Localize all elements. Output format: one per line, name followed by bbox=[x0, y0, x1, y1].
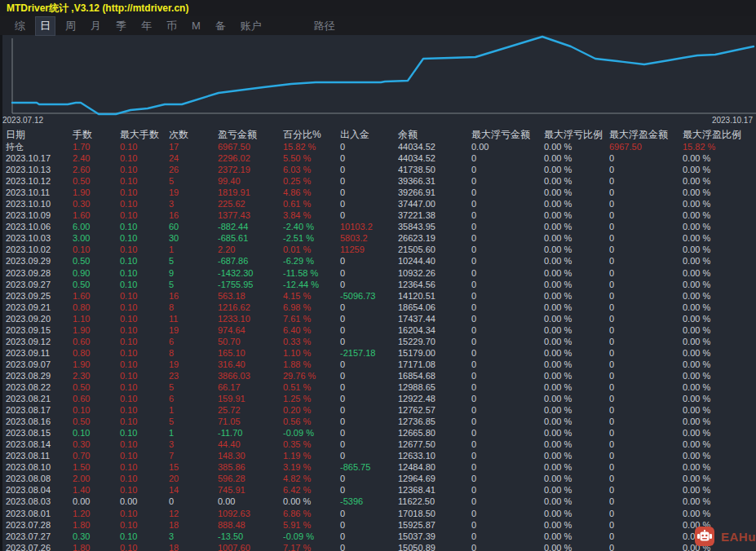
table-cell: 12364.56 bbox=[398, 280, 471, 289]
table-row[interactable]: 2023.10.091.600.10161377.433.84 %037221.… bbox=[0, 209, 756, 221]
column-header[interactable]: 最大浮亏比例 bbox=[544, 128, 609, 142]
table-row[interactable]: 2023.08.160.500.10571.050.56 %012736.850… bbox=[0, 416, 756, 427]
table-row[interactable]: 2023.09.110.800.108165.101.10 %-2157.181… bbox=[0, 347, 756, 359]
table-cell: 2.60 bbox=[73, 165, 120, 174]
table-row[interactable]: 2023.10.020.100.1012.200.01 %1125921505.… bbox=[0, 244, 756, 255]
table-row[interactable]: 2023.08.292.300.10233866.0329.76 %016854… bbox=[0, 370, 756, 381]
table-row[interactable]: 2023.08.041.400.1014745.916.42 %012368.4… bbox=[0, 484, 756, 496]
table-cell: 6 bbox=[169, 337, 218, 346]
table-cell: 2023.10.06 bbox=[6, 222, 73, 231]
table-cell: 0.10 bbox=[120, 187, 169, 197]
table-row[interactable]: 2023.08.220.500.10566.170.51 %012988.650… bbox=[0, 381, 756, 393]
table-cell: 1 bbox=[169, 428, 218, 438]
table-row[interactable]: 2023.10.111.900.10191819.914.86 %039266.… bbox=[0, 187, 756, 198]
table-row[interactable]: 2023.08.110.700.107148.301.19 %012633.10… bbox=[0, 450, 756, 461]
equity-chart-svg bbox=[0, 35, 756, 128]
column-header[interactable]: 日期 bbox=[6, 128, 73, 142]
table-cell: 0.00 % bbox=[683, 256, 756, 266]
menu-item-周[interactable]: 周 bbox=[61, 17, 80, 35]
table-row[interactable]: 2023.08.140.300.10344.400.35 %012677.500… bbox=[0, 439, 756, 450]
column-header[interactable]: 出入金 bbox=[340, 128, 398, 142]
table-cell: 2023.10.17 bbox=[6, 153, 73, 163]
menu-item-M[interactable]: M bbox=[188, 18, 205, 33]
table-row[interactable]: 2023.07.270.300.103-13.50-0.09 %015037.3… bbox=[0, 531, 756, 542]
table-cell: 0 bbox=[609, 394, 683, 403]
menu-item-币[interactable]: 币 bbox=[162, 17, 181, 35]
table-cell: 0.70 bbox=[73, 451, 120, 461]
table-cell: 2296.02 bbox=[218, 153, 283, 163]
table-cell: 0.00 % bbox=[544, 337, 609, 346]
table-cell: 0.10 bbox=[120, 268, 169, 278]
table-cell: 0.10 bbox=[120, 474, 169, 483]
menu-item-季[interactable]: 季 bbox=[112, 17, 130, 35]
table-row[interactable]: 2023.10.132.600.10262372.196.03 %041738.… bbox=[0, 164, 756, 175]
table-row[interactable]: 2023.08.101.500.1015385.863.19 %-865.751… bbox=[0, 461, 756, 473]
table-row[interactable]: 2023.09.280.900.109-1432.30-11.58 %01093… bbox=[0, 267, 756, 279]
column-header[interactable]: 最大手数 bbox=[120, 128, 169, 142]
table-cell: 14120.51 bbox=[398, 291, 471, 301]
column-header[interactable]: 最大浮盈金额 bbox=[609, 128, 683, 142]
table-cell: 1.25 % bbox=[283, 394, 340, 403]
table-row[interactable]: 2023.10.066.000.1060-882.44-2.40 %10103.… bbox=[0, 221, 756, 232]
table-cell: 1.10 % bbox=[283, 348, 340, 358]
menu-item-月[interactable]: 月 bbox=[86, 17, 105, 35]
table-row[interactable]: 2023.10.100.300.103225.620.61 %037447.00… bbox=[0, 198, 756, 209]
table-cell: 12964.69 bbox=[398, 474, 471, 483]
column-header[interactable]: 百分比% bbox=[283, 128, 340, 142]
table-cell: -687.86 bbox=[218, 256, 283, 266]
table-cell: 0.00 % bbox=[544, 153, 609, 163]
table-cell: 0 bbox=[471, 394, 544, 403]
table-cell: 26623.19 bbox=[398, 233, 471, 243]
table-cell: 0.00 % bbox=[683, 509, 756, 518]
table-cell: 1 bbox=[169, 405, 218, 415]
table-row[interactable]: 2023.08.170.100.10125.720.20 %012762.570… bbox=[0, 404, 756, 416]
table-cell: 0.00 % bbox=[544, 531, 609, 541]
table-cell: 0 bbox=[609, 474, 683, 483]
table-row[interactable]: 2023.08.150.100.101-11.70-0.09 %012665.8… bbox=[0, 427, 756, 439]
table-row[interactable]: 2023.08.011.200.10121092.636.86 %017018.… bbox=[0, 508, 756, 519]
title-bar: MTDriver统计 ,V3.12 (http://mtdriver.cn) bbox=[0, 0, 756, 16]
table-row[interactable]: 2023.07.281.800.1018888.485.91 %015925.8… bbox=[0, 519, 756, 531]
table-row[interactable]: 2023.09.071.900.1019316.401.88 %017171.0… bbox=[0, 359, 756, 370]
menu-item-备[interactable]: 备 bbox=[211, 17, 230, 35]
table-row[interactable]: 2023.09.270.500.105-1755.95-12.44 %01236… bbox=[0, 279, 756, 290]
table-cell: 0 bbox=[340, 256, 398, 266]
table-row[interactable]: 2023.09.201.100.10111233.107.61 %017437.… bbox=[0, 313, 756, 324]
table-cell: 0 bbox=[340, 509, 398, 518]
column-header[interactable]: 手数 bbox=[73, 128, 120, 142]
menu-item-年[interactable]: 年 bbox=[137, 17, 156, 35]
table-row[interactable]: 2023.08.082.000.1020596.284.82 %012964.6… bbox=[0, 473, 756, 484]
table-row[interactable]: 持仓1.700.10176967.5015.82 %044034.520.000… bbox=[0, 141, 756, 152]
table-row[interactable]: 2023.09.151.900.1019974.646.40 %016204.3… bbox=[0, 324, 756, 336]
table-cell: 17018.50 bbox=[398, 509, 471, 518]
column-header[interactable]: 余额 bbox=[398, 128, 471, 142]
table-cell: 0.10 bbox=[120, 153, 169, 163]
column-header[interactable]: 最大浮亏金额 bbox=[471, 128, 544, 142]
table-cell: 0.00 % bbox=[683, 462, 756, 472]
table-row[interactable]: 2023.10.172.400.10242296.025.50 %044034.… bbox=[0, 152, 756, 164]
table-cell: 159.91 bbox=[218, 394, 283, 403]
table-row[interactable]: 2023.08.030.000.0000.000.00 %-539611622.… bbox=[0, 496, 756, 507]
table-cell: 0.10 bbox=[120, 280, 169, 289]
table-row[interactable]: 2023.09.290.500.105-687.86-6.29 %010244.… bbox=[0, 255, 756, 267]
table-cell: 0 bbox=[471, 428, 544, 438]
table-cell: 0.00 % bbox=[544, 291, 609, 301]
menu-item-日[interactable]: 日 bbox=[36, 17, 55, 35]
table-row[interactable]: 2023.07.261.800.10181007.607.17 %015050.… bbox=[0, 542, 756, 551]
table-row[interactable]: 2023.10.033.000.1030-685.61-2.51 %5803.2… bbox=[0, 232, 756, 244]
table-row[interactable]: 2023.09.210.800.1081216.626.98 %018654.0… bbox=[0, 302, 756, 313]
table-row[interactable]: 2023.08.210.600.106159.911.25 %012922.48… bbox=[0, 393, 756, 404]
table-cell: 0.00 bbox=[218, 496, 283, 506]
table-row[interactable]: 2023.09.251.600.1016563.184.15 %-5096.73… bbox=[0, 290, 756, 302]
table-row[interactable]: 2023.10.120.500.10599.400.25 %039366.310… bbox=[0, 175, 756, 187]
column-header[interactable]: 次数 bbox=[169, 128, 218, 142]
table-cell: 44.40 bbox=[218, 439, 283, 449]
column-header[interactable]: 最大浮盈比例 bbox=[683, 128, 756, 142]
table-cell: 0.10 bbox=[120, 256, 169, 266]
column-header[interactable]: 盈亏金额 bbox=[218, 128, 283, 142]
menu-item-路径[interactable]: 路径 bbox=[310, 17, 339, 35]
table-cell: 0 bbox=[471, 210, 544, 220]
menu-item-账户[interactable]: 账户 bbox=[237, 17, 266, 35]
menu-item-综[interactable]: 综 bbox=[11, 17, 29, 35]
table-row[interactable]: 2023.09.120.600.10650.700.33 %015229.700… bbox=[0, 336, 756, 347]
